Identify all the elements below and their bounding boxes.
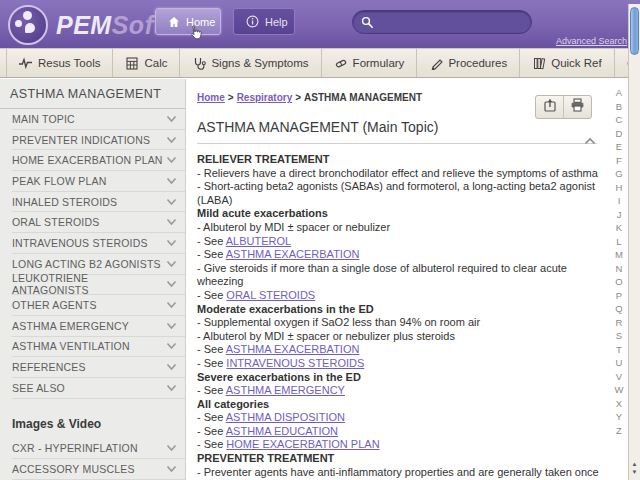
sidebar-item-peak-flow-plan[interactable]: PEAK FLOW PLAN: [12, 171, 185, 192]
images-video-heading: Images & Video: [0, 399, 185, 439]
az-letter-e[interactable]: E: [616, 140, 622, 154]
az-letter-d[interactable]: D: [616, 127, 623, 141]
toolbar-button-signs-symptoms[interactable]: Signs & Symptoms: [180, 49, 321, 77]
scroll-up-arrow-icon[interactable]: ▲: [629, 460, 640, 468]
brand-pem: PEM: [56, 11, 112, 39]
sidebar-item-label: CXR - HYPERINFLATION: [12, 442, 138, 454]
content-link-asthma-exacerbation[interactable]: ASTHMA EXACERBATION: [226, 343, 360, 355]
sidebar-item-leukotriene-antagonists[interactable]: LEUKOTRIENE ANTAGONISTS: [12, 275, 185, 296]
content-link-asthma-emergency[interactable]: ASTHMA EMERGENCY: [226, 384, 345, 396]
chevron-down-icon: [166, 361, 177, 373]
export-button[interactable]: [536, 96, 563, 118]
az-letter-m[interactable]: M: [615, 248, 623, 262]
main-toolbar: Resus ToolsCalcSigns & SymptomsFormulary…: [0, 48, 640, 78]
az-letter-i[interactable]: I: [618, 194, 621, 208]
see-prefix: - See: [197, 235, 226, 247]
content-link-albuterol[interactable]: ALBUTEROL: [226, 235, 291, 247]
scrollbar-thumb[interactable]: [630, 7, 639, 55]
article-line: - Albuterol by MDI ± spacer or nebulizer: [197, 221, 601, 235]
sidebar-item-asthma-emergency[interactable]: ASTHMA EMERGENCY: [12, 316, 185, 337]
az-letter-f[interactable]: F: [616, 154, 622, 168]
article-line: - See ORAL STEROIDS: [197, 289, 601, 303]
see-prefix: - See: [197, 343, 226, 355]
toolbar-button-procedures[interactable]: Procedures: [417, 49, 520, 77]
az-letter-z[interactable]: Z: [616, 424, 622, 438]
books-icon: [532, 56, 546, 70]
vertical-scrollbar[interactable]: ▲ ▼: [628, 4, 640, 480]
sidebar-item-label: ASTHMA VENTILATION: [12, 340, 130, 352]
chevron-down-icon: [166, 278, 177, 290]
content-link-asthma-exacerbation[interactable]: ASTHMA EXACERBATION: [226, 248, 360, 260]
content-link-asthma-disposition[interactable]: ASTHMA DISPOSITION: [226, 411, 345, 423]
sidebar-item-other-agents[interactable]: OTHER AGENTS: [12, 295, 185, 316]
az-letter-l[interactable]: L: [616, 235, 621, 249]
az-letter-o[interactable]: O: [615, 275, 622, 289]
az-letter-n[interactable]: N: [616, 262, 623, 276]
pemsoft-logo[interactable]: PEMSoft: [8, 5, 162, 45]
sidebar-item-asthma-ventilation[interactable]: ASTHMA VENTILATION: [12, 337, 185, 358]
sidebar-item-intravenous-steroids[interactable]: INTRAVENOUS STEROIDS: [12, 233, 185, 254]
az-letter-q[interactable]: Q: [615, 302, 622, 316]
advanced-search-link[interactable]: Advanced Search: [556, 36, 627, 46]
content-link-intravenous-steroids[interactable]: INTRAVENOUS STEROIDS: [226, 357, 364, 369]
az-index: ABCDEFGHIJKLMNOPQRSTUVWXYZ: [611, 86, 627, 437]
sidebar-item-home-exacerbation-plan[interactable]: HOME EXACERBATION PLAN: [12, 150, 185, 171]
breadcrumb-home-link[interactable]: Home: [197, 92, 225, 103]
search-input[interactable]: [380, 15, 526, 29]
print-button[interactable]: [563, 96, 591, 118]
sidebar-item-label: OTHER AGENTS: [12, 299, 97, 311]
toolbar-button-calc[interactable]: Calc: [113, 49, 180, 77]
toolbar-button-formulary[interactable]: Formulary: [322, 49, 418, 77]
toolbar-button-quick-ref[interactable]: Quick Ref: [520, 49, 615, 77]
az-letter-c[interactable]: C: [616, 113, 623, 127]
sidebar-item-label: LONG ACTING B2 AGONISTS: [12, 258, 161, 270]
article-line: - See ALBUTEROL: [197, 235, 601, 249]
content-link-home-exacerbation-plan[interactable]: HOME EXACERBATION PLAN: [226, 438, 379, 450]
article-line: - See ASTHMA EDUCATION: [197, 425, 601, 439]
article-line: - Supplemental oxygen if SaO2 less than …: [197, 316, 601, 330]
scroll-down-arrow-icon[interactable]: ▼: [629, 468, 640, 476]
sidebar-topic-list: MAIN TOPICPREVENTER INDICATIONSHOME EXAC…: [0, 109, 185, 399]
see-prefix: - See: [197, 248, 226, 260]
content-link-asthma-education[interactable]: ASTHMA EDUCATION: [226, 425, 338, 437]
scrollbar-arrows: ▲ ▼: [629, 460, 640, 476]
sidebar-item-label: INTRAVENOUS STEROIDS: [12, 237, 148, 249]
az-letter-v[interactable]: V: [616, 370, 622, 384]
sidebar-item-oral-steroids[interactable]: ORAL STEROIDS: [12, 212, 185, 233]
chevron-down-icon: [166, 299, 177, 311]
sidebar-item-accessory-muscles[interactable]: ACCESSORY MUSCLES: [12, 459, 185, 480]
pills-icon: [334, 56, 348, 70]
home-button[interactable]: Home: [155, 8, 221, 35]
sidebar-item-references[interactable]: REFERENCES: [12, 357, 185, 378]
chevron-down-icon: [166, 113, 177, 125]
az-letter-w[interactable]: W: [615, 383, 624, 397]
az-letter-s[interactable]: S: [616, 329, 622, 343]
content-link-oral-steroids[interactable]: ORAL STEROIDS: [226, 289, 315, 301]
toolbar-button-label: Formulary: [353, 57, 405, 69]
toolbar-button-resus-tools[interactable]: Resus Tools: [6, 49, 113, 77]
az-letter-g[interactable]: G: [615, 167, 622, 181]
az-letter-p[interactable]: P: [616, 289, 622, 303]
content-pane: Home>Respiratory>ASTHMA MANAGEMENT ASTHM…: [187, 79, 610, 480]
article-line: - Give steroids if more than a single do…: [197, 262, 601, 289]
sidebar-item-label: LEUKOTRIENE ANTAGONISTS: [12, 272, 166, 296]
sidebar-item-preventer-indications[interactable]: PREVENTER INDICATIONS: [12, 130, 185, 151]
az-letter-j[interactable]: J: [617, 208, 622, 222]
collapse-section-button[interactable]: [584, 131, 596, 149]
az-letter-r[interactable]: R: [616, 316, 623, 330]
az-letter-b[interactable]: B: [616, 100, 622, 114]
az-letter-u[interactable]: U: [616, 356, 623, 370]
az-letter-x[interactable]: X: [616, 397, 622, 411]
help-button[interactable]: Help: [233, 8, 295, 35]
breadcrumb-respiratory-link[interactable]: Respiratory: [237, 92, 293, 103]
sidebar-item-inhaled-steroids[interactable]: INHALED STEROIDS: [12, 192, 185, 213]
az-letter-t[interactable]: T: [616, 343, 622, 357]
sidebar-item-see-also[interactable]: SEE ALSO: [12, 378, 185, 399]
az-letter-y[interactable]: Y: [616, 410, 622, 424]
az-letter-a[interactable]: A: [616, 86, 622, 100]
sidebar-item-cxr-hyperinflation[interactable]: CXR - HYPERINFLATION: [12, 439, 185, 460]
az-letter-h[interactable]: H: [616, 181, 623, 195]
search-box[interactable]: [352, 10, 532, 34]
az-letter-k[interactable]: K: [616, 221, 622, 235]
sidebar-item-main-topic[interactable]: MAIN TOPIC: [12, 109, 185, 130]
